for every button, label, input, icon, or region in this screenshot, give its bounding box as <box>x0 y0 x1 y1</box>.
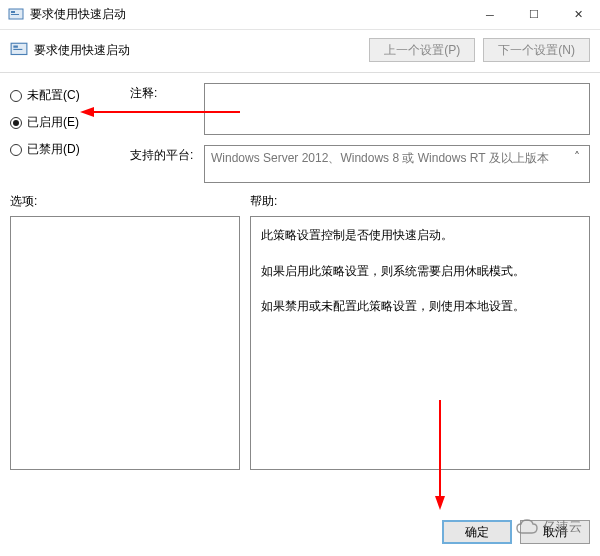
form-column: 注释: 支持的平台: Windows Server 2012、Windows 8… <box>130 81 590 183</box>
window-controls: ─ ☐ ✕ <box>468 0 600 30</box>
caret-up-icon[interactable]: ˄ <box>574 150 583 164</box>
policy-icon <box>8 7 24 23</box>
svg-marker-7 <box>80 107 94 117</box>
help-label: 帮助: <box>250 193 590 210</box>
help-panel[interactable]: 此策略设置控制是否使用快速启动。 如果启用此策略设置，则系统需要启用休眠模式。 … <box>250 216 590 470</box>
main-area: 未配置(C) 已启用(E) 已禁用(D) 注释: 支持的平台: Windows … <box>0 79 600 187</box>
options-panel[interactable] <box>10 216 240 470</box>
radio-label: 已启用(E) <box>27 114 79 131</box>
previous-setting-button[interactable]: 上一个设置(P) <box>369 38 475 62</box>
radio-label: 已禁用(D) <box>27 141 80 158</box>
help-column: 帮助: 此策略设置控制是否使用快速启动。 如果启用此策略设置，则系统需要启用休眠… <box>250 193 590 470</box>
svg-marker-9 <box>435 496 445 510</box>
panels-row: 选项: 帮助: 此策略设置控制是否使用快速启动。 如果启用此策略设置，则系统需要… <box>0 187 600 476</box>
cloud-icon <box>515 519 539 535</box>
help-paragraph: 此策略设置控制是否使用快速启动。 <box>261 225 579 247</box>
minimize-button[interactable]: ─ <box>468 0 512 30</box>
divider <box>0 72 600 73</box>
svg-rect-1 <box>11 11 15 13</box>
watermark-text: 亿速云 <box>543 518 582 536</box>
svg-rect-2 <box>11 14 19 15</box>
header-row: 要求使用快速启动 上一个设置(P) 下一个设置(N) <box>0 30 600 70</box>
options-column: 选项: <box>10 193 240 470</box>
help-paragraph: 如果禁用或未配置此策略设置，则使用本地设置。 <box>261 296 579 318</box>
ok-button[interactable]: 确定 <box>442 520 512 544</box>
options-label: 选项: <box>10 193 240 210</box>
watermark: 亿速云 <box>515 518 582 536</box>
radio-disabled[interactable]: 已禁用(D) <box>10 141 120 158</box>
svg-rect-5 <box>13 49 22 50</box>
titlebar: 要求使用快速启动 ─ ☐ ✕ <box>0 0 600 30</box>
radio-group: 未配置(C) 已启用(E) 已禁用(D) <box>10 81 120 183</box>
comment-label: 注释: <box>130 83 194 102</box>
radio-not-configured[interactable]: 未配置(C) <box>10 87 120 104</box>
help-paragraph: 如果启用此策略设置，则系统需要启用休眠模式。 <box>261 261 579 283</box>
platform-field: Windows Server 2012、Windows 8 或 Windows … <box>204 145 590 183</box>
platform-label: 支持的平台: <box>130 145 194 164</box>
nav-buttons: 上一个设置(P) 下一个设置(N) <box>369 38 590 62</box>
platform-row: 支持的平台: Windows Server 2012、Windows 8 或 W… <box>130 145 590 183</box>
radio-label: 未配置(C) <box>27 87 80 104</box>
maximize-button[interactable]: ☐ <box>512 0 556 30</box>
annotation-arrow-icon <box>80 106 240 120</box>
close-button[interactable]: ✕ <box>556 0 600 30</box>
comment-field[interactable] <box>204 83 590 135</box>
annotation-arrow-icon <box>435 400 445 513</box>
policy-title: 要求使用快速启动 <box>34 42 363 59</box>
svg-rect-4 <box>13 46 18 48</box>
policy-icon <box>10 41 28 59</box>
platform-value: Windows Server 2012、Windows 8 或 Windows … <box>211 150 549 167</box>
next-setting-button[interactable]: 下一个设置(N) <box>483 38 590 62</box>
window-title: 要求使用快速启动 <box>30 6 468 23</box>
